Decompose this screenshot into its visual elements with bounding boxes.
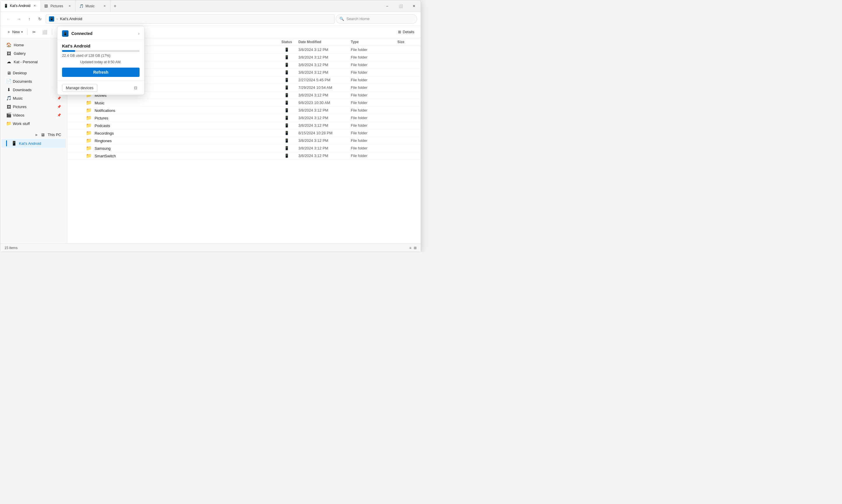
search-bar[interactable]: 🔍 Search Home <box>336 14 417 23</box>
row-date-13: 3/8/2024 3:12 PM <box>298 146 351 150</box>
up-button[interactable]: ↑ <box>25 14 34 23</box>
row-type-2: File folder <box>351 62 397 67</box>
sidebar-kat-personal-label: Kat - Personal <box>14 60 38 64</box>
refresh-button[interactable]: ↻ <box>35 14 44 23</box>
table-row[interactable]: 📁 SmartSwitch 📱 3/8/2024 3:12 PM File fo… <box>67 152 421 160</box>
folder-icon-14: 📁 <box>86 153 92 158</box>
phone-icon-2: 📱 <box>284 62 289 67</box>
row-status-0: 📱 <box>275 48 298 52</box>
col-status-header[interactable]: Status <box>275 40 298 44</box>
sidebar-videos-label: Videos <box>13 113 24 118</box>
address-path: Kat's Android <box>60 17 82 21</box>
popup-settings-icon[interactable]: ⊡ <box>131 84 140 92</box>
sidebar-item-videos[interactable]: 🎬 Videos 📌 <box>1 111 66 119</box>
popup-manage-button[interactable]: Manage devices <box>62 84 97 92</box>
details-button[interactable]: ⊞ Details <box>395 29 417 35</box>
minimize-button[interactable]: – <box>380 0 394 12</box>
tab-kats-android[interactable]: 📱 Kat's Android ✕ <box>0 0 41 12</box>
col-date-header[interactable]: Date Modified <box>298 40 351 44</box>
row-type-0: File folder <box>351 48 397 52</box>
tab-kats-android-close[interactable]: ✕ <box>32 3 37 8</box>
row-type-6: File folder <box>351 93 397 97</box>
pictures-pin-icon: 📌 <box>57 105 61 109</box>
sidebar-item-this-pc[interactable]: ▶ 🖥 This PC <box>1 130 66 139</box>
list-view-icon[interactable]: ≡ <box>409 246 411 250</box>
col-size-header[interactable]: Size <box>397 40 421 44</box>
popup-header[interactable]: 📱 Connected › <box>57 26 144 40</box>
row-date-0: 3/8/2024 3:12 PM <box>298 48 351 52</box>
table-row[interactable]: 📁 Music 📱 9/8/2023 10:30 AM File folder <box>67 99 421 107</box>
details-label: Details <box>402 30 414 34</box>
phone-icon-10: 📱 <box>284 123 289 128</box>
sidebar-item-downloads[interactable]: ⬇ Downloads <box>1 86 66 94</box>
popup-refresh-button[interactable]: Refresh <box>62 68 140 77</box>
new-chevron-icon: ▾ <box>21 30 23 34</box>
tab-kats-android-label: Kat's Android <box>10 4 30 8</box>
new-button[interactable]: ＋ New ▾ <box>4 28 25 36</box>
row-date-3: 3/8/2024 3:12 PM <box>298 70 351 75</box>
sidebar-item-work-stuff[interactable]: 📁 Work stuff <box>1 120 66 128</box>
close-button[interactable]: ✕ <box>407 0 421 12</box>
tab-add-button[interactable]: + <box>111 0 119 12</box>
table-row[interactable]: 📁 Ringtones 📱 3/8/2024 3:12 PM File fold… <box>67 137 421 144</box>
folder-icon-10: 📁 <box>86 123 92 128</box>
item-count: 15 items <box>4 246 17 250</box>
row-name-8: 📁 Notifications <box>78 108 275 113</box>
phone-icon-5: 📱 <box>284 85 289 90</box>
copy-button[interactable]: ⬜ <box>39 29 50 36</box>
statusbar: 15 items ≡ ⊞ <box>0 244 421 252</box>
sidebar-item-gallery[interactable]: 🖼 Gallery <box>1 49 66 57</box>
table-row[interactable]: 📁 Samsung 📱 3/8/2024 3:12 PM File folder <box>67 144 421 152</box>
forward-icon: → <box>17 17 21 21</box>
row-filename-8: Notifications <box>95 108 115 113</box>
sidebar-item-kat-personal[interactable]: ☁ Kat - Personal <box>1 58 66 66</box>
table-row[interactable]: 📁 Recordings 📱 8/15/2024 10:28 PM File f… <box>67 129 421 137</box>
row-name-7: 📁 Music <box>78 100 275 106</box>
popup-storage-text: 22.4 GB used of 128 GB (17%) <box>62 54 140 58</box>
tab-music[interactable]: 🎵 Music ✕ <box>76 0 111 12</box>
sidebar-item-pictures[interactable]: 🖼 Pictures 📌 <box>1 103 66 111</box>
device-popup: 📱 Connected › Kat's Android 22.4 GB used… <box>57 26 144 95</box>
sidebar-item-desktop[interactable]: 🖥 Desktop 📌 <box>1 69 66 77</box>
row-date-9: 3/8/2024 3:12 PM <box>298 116 351 120</box>
tab-pictures[interactable]: 🖼 Pictures ✕ <box>41 0 76 12</box>
row-type-3: File folder <box>351 70 397 75</box>
table-row[interactable]: 📁 Notifications 📱 3/8/2024 3:12 PM File … <box>67 107 421 114</box>
row-date-11: 8/15/2024 10:28 PM <box>298 131 351 135</box>
row-filename-14: SmartSwitch <box>95 154 116 158</box>
phone-icon-9: 📱 <box>284 116 289 120</box>
sidebar-item-music[interactable]: 🎵 Music 📌 <box>1 94 66 102</box>
forward-button[interactable]: → <box>14 14 23 23</box>
folder-icon-8: 📁 <box>86 108 92 113</box>
row-date-2: 3/8/2024 3:12 PM <box>298 62 351 67</box>
sidebar-item-documents[interactable]: 📄 Documents <box>1 77 66 85</box>
row-name-13: 📁 Samsung <box>78 145 275 151</box>
cut-button[interactable]: ✂ <box>30 29 39 36</box>
col-type-header[interactable]: Type <box>351 40 397 44</box>
tab-kats-android-icon: 📱 <box>4 4 8 8</box>
tab-pictures-close[interactable]: ✕ <box>67 4 72 8</box>
popup-updated-text: Updated today at 8:50 AM. <box>62 60 140 64</box>
sidebar-kats-android-label: Kat's Android <box>19 141 41 146</box>
row-date-12: 3/8/2024 3:12 PM <box>298 138 351 143</box>
folder-icon-9: 📁 <box>86 115 92 120</box>
tab-music-close[interactable]: ✕ <box>102 4 107 8</box>
table-row[interactable]: 📁 Pictures 📱 3/8/2024 3:12 PM File folde… <box>67 114 421 122</box>
row-type-14: File folder <box>351 154 397 158</box>
settings-icon-symbol: ⊡ <box>134 86 137 90</box>
sidebar-item-kats-android[interactable]: 📱 Kat's Android <box>1 139 66 148</box>
row-status-14: 📱 <box>275 154 298 158</box>
sidebar-home-label: Home <box>14 43 24 47</box>
grid-view-icon[interactable]: ⊞ <box>414 246 417 250</box>
cut-icon: ✂ <box>32 30 36 34</box>
search-placeholder: Search Home <box>346 17 370 21</box>
address-bar[interactable]: 📱 › Kat's Android <box>46 14 335 23</box>
maximize-button[interactable]: ⬜ <box>394 0 407 12</box>
row-type-4: File folder <box>351 78 397 82</box>
phone-icon-8: 📱 <box>284 108 289 112</box>
sidebar-item-home[interactable]: 🏠 Home <box>1 41 66 49</box>
back-button[interactable]: ← <box>4 14 13 23</box>
table-row[interactable]: 📁 Podcasts 📱 3/8/2024 3:12 PM File folde… <box>67 122 421 129</box>
search-icon: 🔍 <box>339 17 344 21</box>
row-status-3: 📱 <box>275 70 298 75</box>
